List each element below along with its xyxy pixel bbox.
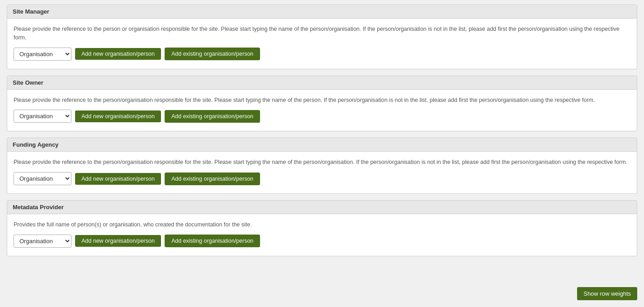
- add-existing-button-site-manager[interactable]: Add existing organisation/person: [165, 48, 260, 60]
- controls-row-funding-agency: OrganisationPersonAdd new organisation/p…: [14, 172, 630, 185]
- add-new-button-site-manager[interactable]: Add new organisation/person: [75, 48, 161, 60]
- section-metadata-provider: Metadata ProviderProvides the full name …: [7, 200, 637, 256]
- add-existing-button-metadata-provider[interactable]: Add existing organisation/person: [165, 235, 260, 247]
- section-funding-agency: Funding AgencyPlease provide the referen…: [7, 138, 637, 194]
- org-type-dropdown-metadata-provider[interactable]: OrganisationPerson: [14, 235, 71, 248]
- section-body-site-owner: Please provide the reference to the pers…: [7, 90, 637, 131]
- description-site-owner: Please provide the reference to the pers…: [14, 96, 630, 105]
- add-new-button-site-owner[interactable]: Add new organisation/person: [75, 110, 161, 122]
- description-funding-agency: Please provide the reference to the pers…: [14, 158, 630, 167]
- page-wrapper: Site ManagerPlease provide the reference…: [0, 0, 644, 290]
- add-existing-button-site-owner[interactable]: Add existing organisation/person: [165, 110, 260, 123]
- add-existing-button-funding-agency[interactable]: Add existing organisation/person: [165, 173, 260, 185]
- section-header-site-owner: Site Owner: [7, 76, 637, 90]
- org-type-dropdown-site-owner[interactable]: OrganisationPerson: [14, 110, 71, 123]
- section-body-site-manager: Please provide the reference to the pers…: [7, 19, 637, 69]
- org-type-dropdown-site-manager[interactable]: OrganisationPerson: [14, 48, 71, 61]
- section-header-funding-agency: Funding Agency: [7, 138, 637, 152]
- show-row-weights-button[interactable]: Show row weights: [577, 287, 637, 300]
- add-new-button-metadata-provider[interactable]: Add new organisation/person: [75, 235, 161, 247]
- controls-row-site-owner: OrganisationPersonAdd new organisation/p…: [14, 110, 630, 123]
- section-header-metadata-provider: Metadata Provider: [7, 201, 637, 214]
- section-body-metadata-provider: Provides the full name of person(s) or o…: [7, 214, 637, 256]
- controls-row-metadata-provider: OrganisationPersonAdd new organisation/p…: [14, 235, 630, 248]
- description-site-manager: Please provide the reference to the pers…: [14, 25, 630, 42]
- add-new-button-funding-agency[interactable]: Add new organisation/person: [75, 173, 161, 185]
- section-header-site-manager: Site Manager: [7, 5, 637, 19]
- section-site-owner: Site OwnerPlease provide the reference t…: [7, 76, 637, 132]
- description-metadata-provider: Provides the full name of person(s) or o…: [14, 221, 630, 229]
- org-type-dropdown-funding-agency[interactable]: OrganisationPerson: [14, 172, 71, 185]
- section-site-manager: Site ManagerPlease provide the reference…: [7, 5, 637, 69]
- controls-row-site-manager: OrganisationPersonAdd new organisation/p…: [14, 48, 630, 61]
- section-body-funding-agency: Please provide the reference to the pers…: [7, 152, 637, 193]
